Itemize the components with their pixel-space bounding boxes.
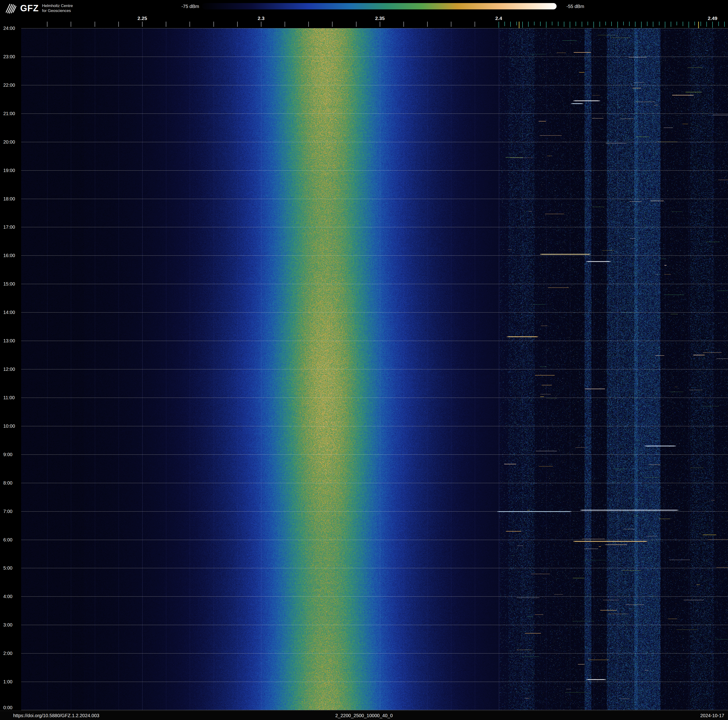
logo-subtitle: Helmholtz Centre for Geosciences <box>42 3 73 14</box>
wifi-channel-tick <box>499 21 499 28</box>
logo-org-text: GFZ <box>20 3 39 14</box>
time-label: 4:00 <box>3 594 12 599</box>
colorbar-min-label: -75 dBm <box>178 4 199 9</box>
wifi-channel-tick <box>641 21 642 28</box>
wifi-channel-tick <box>593 21 594 28</box>
wifi-channel-tick <box>505 21 505 26</box>
wifi-channel-tick <box>712 21 713 28</box>
wifi-channel-tick <box>635 21 635 27</box>
time-label: 7:00 <box>3 509 12 514</box>
time-label: 5:00 <box>3 565 12 571</box>
wifi-channel-tick <box>611 21 612 26</box>
frequency-label: 2.35 <box>366 15 394 21</box>
frequency-minor-tick <box>95 21 95 27</box>
wifi-channel-tick <box>576 21 576 26</box>
time-label: 19:00 <box>3 168 15 173</box>
time-label: 24:00 <box>3 26 15 31</box>
frequency-minor-tick <box>237 21 238 27</box>
wifi-channel-tick <box>629 21 630 26</box>
frequency-minor-tick <box>142 21 142 27</box>
wifi-channel-tick <box>694 21 695 25</box>
wifi-channel-tick <box>623 21 624 25</box>
wifi-channel-tick <box>653 21 653 27</box>
wifi-channel-tick <box>600 21 600 27</box>
wifi-channel-tick <box>516 21 517 25</box>
highlight-tick <box>519 21 520 29</box>
time-label: 23:00 <box>3 54 15 60</box>
frequency-minor-tick <box>380 21 380 27</box>
time-label: 18:00 <box>3 196 15 202</box>
time-label: 11:00 <box>3 395 15 400</box>
dataset-id-label: 2_2200_2500_10000_40_0 <box>335 713 393 718</box>
spectrogram-canvas <box>21 28 728 710</box>
wifi-channel-tick <box>718 21 719 26</box>
time-label: 1:00 <box>3 679 12 685</box>
frequency-minor-tick <box>404 21 404 27</box>
time-label: 6:00 <box>3 537 12 542</box>
time-label: 14:00 <box>3 310 15 315</box>
frequency-minor-tick <box>284 21 285 27</box>
highlight-tick <box>698 21 699 29</box>
frequency-minor-tick <box>71 21 71 27</box>
frequency-minor-tick <box>166 21 166 27</box>
wifi-channel-tick <box>522 21 523 28</box>
wifi-channel-tick <box>617 21 618 28</box>
wifi-channel-tick <box>700 21 701 26</box>
wifi-channel-tick <box>582 21 582 27</box>
wifi-channel-tick <box>683 21 683 26</box>
wifi-channel-tick <box>528 21 529 27</box>
frequency-label: 2.3 <box>247 15 275 21</box>
frequency-minor-tick <box>451 21 451 27</box>
time-label: 12:00 <box>3 366 15 372</box>
wifi-channel-tick <box>671 21 671 27</box>
wifi-channel-tick <box>570 21 570 28</box>
frequency-label: 2.49 <box>698 15 726 21</box>
doi-link[interactable]: https://doi.org/10.5880/GFZ.1.2.2024.003 <box>13 713 99 718</box>
time-label: 8:00 <box>3 480 12 486</box>
frequency-minor-tick <box>261 21 262 27</box>
wifi-channel-tick <box>665 21 665 28</box>
frequency-label: 2.25 <box>128 15 156 21</box>
date-label: 2024-10-17 <box>700 713 724 718</box>
wifi-channel-tick <box>546 21 546 28</box>
frequency-label: 2.4 <box>485 15 513 21</box>
wifi-channel-tick <box>552 21 552 25</box>
time-label: 21:00 <box>3 111 15 116</box>
wifi-channel-tick <box>606 21 606 25</box>
time-label: 22:00 <box>3 83 15 88</box>
time-label: 3:00 <box>3 622 12 628</box>
footer: https://doi.org/10.5880/GFZ.1.2.2024.003… <box>0 711 728 720</box>
logo-subtitle-line2: for Geosciences <box>42 8 73 13</box>
wifi-channel-tick <box>707 21 707 27</box>
frequency-minor-tick <box>356 21 356 27</box>
logo-subtitle-line1: Helmholtz Centre <box>42 3 73 8</box>
gfz-logo: GFZ Helmholtz Centre for Geosciences <box>6 3 73 14</box>
time-label: 16:00 <box>3 253 15 258</box>
time-label: 20:00 <box>3 139 15 145</box>
frequency-minor-tick <box>214 21 214 27</box>
time-label: 15:00 <box>3 281 15 287</box>
wifi-channel-tick <box>587 21 588 25</box>
frequency-minor-tick <box>427 21 428 27</box>
wifi-channel-tick <box>510 21 511 27</box>
time-label: 0:00 <box>3 705 12 710</box>
frequency-minor-tick <box>308 21 309 27</box>
frequency-minor-tick <box>47 21 47 27</box>
wifi-channel-tick <box>724 21 725 27</box>
time-label: 13:00 <box>3 338 15 343</box>
colorbar-max-label: -55 dBm <box>566 4 584 9</box>
colorbar-gradient <box>202 3 557 9</box>
wifi-channel-tick <box>534 21 534 25</box>
gfz-logo-icon <box>6 3 17 14</box>
frequency-minor-tick <box>118 21 119 27</box>
frequency-minor-tick <box>190 21 190 27</box>
frequency-minor-tick <box>475 21 475 27</box>
wifi-channel-tick <box>564 21 564 27</box>
spectrogram-page: GFZ Helmholtz Centre for Geosciences -75… <box>0 0 728 720</box>
wifi-channel-tick <box>647 21 647 26</box>
frequency-minor-tick <box>332 21 332 27</box>
wifi-channel-tick <box>677 21 677 25</box>
wifi-channel-tick <box>688 21 689 28</box>
time-label: 17:00 <box>3 224 15 230</box>
time-label: 2:00 <box>3 651 12 656</box>
